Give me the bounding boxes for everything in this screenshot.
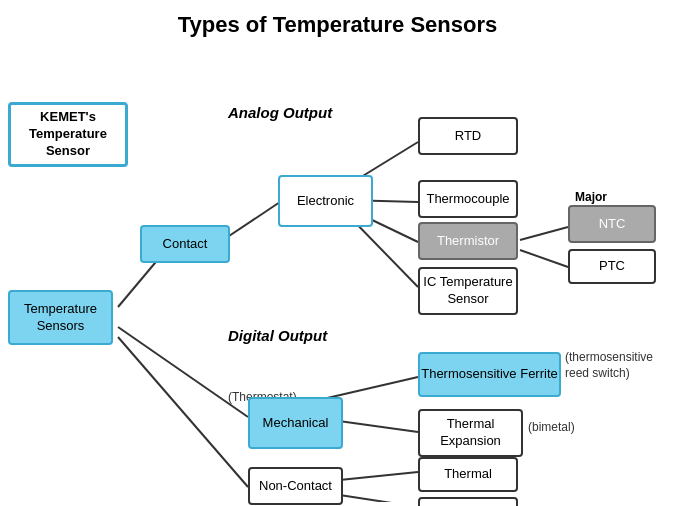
svg-line-2 — [118, 337, 248, 487]
non-contact-node: Non-Contact — [248, 467, 343, 505]
bimetal-label: (bimetal) — [528, 420, 575, 434]
svg-line-9 — [520, 250, 568, 267]
svg-line-0 — [118, 257, 160, 307]
analog-output-label: Analog Output — [228, 104, 332, 121]
thermocouple-node: Thermocouple — [418, 180, 518, 218]
ic-temp-node: IC Temperature Sensor — [418, 267, 518, 315]
mechanical-node: Mechanical — [248, 397, 343, 449]
thermistor-node: Thermistor — [418, 222, 518, 260]
kemet-node: KEMET's Temperature Sensor — [8, 102, 128, 167]
temperature-sensors-node: Temperature Sensors — [8, 290, 113, 345]
ntc-node: NTC — [568, 205, 656, 243]
page-title: Types of Temperature Sensors — [0, 0, 675, 42]
contact-node: Contact — [140, 225, 230, 263]
major-label: Major — [575, 190, 607, 204]
digital-output-label: Digital Output — [228, 327, 327, 344]
thermal-node: Thermal — [418, 457, 518, 492]
quantum-node: Quantum — [418, 497, 518, 506]
svg-line-8 — [520, 227, 568, 240]
ptc-node: PTC — [568, 249, 656, 284]
thermosensitive-reed-label: (thermosensitivereed switch) — [565, 350, 673, 381]
rtd-node: RTD — [418, 117, 518, 155]
thermal-expansion-node: Thermal Expansion — [418, 409, 523, 457]
thermosensitive-ferrite-node: Thermosensitive Ferrite — [418, 352, 561, 397]
electronic-node: Electronic — [278, 175, 373, 227]
